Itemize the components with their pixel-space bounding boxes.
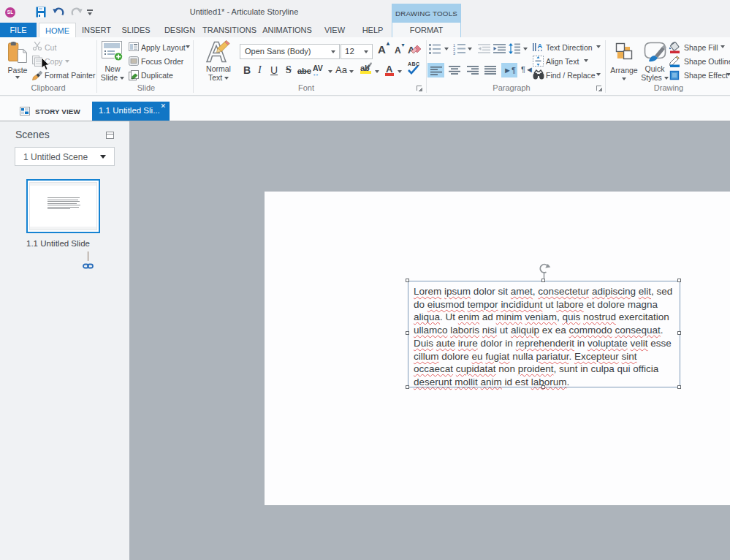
svg-text:3: 3 — [453, 51, 455, 55]
svg-text:A: A — [538, 42, 543, 50]
